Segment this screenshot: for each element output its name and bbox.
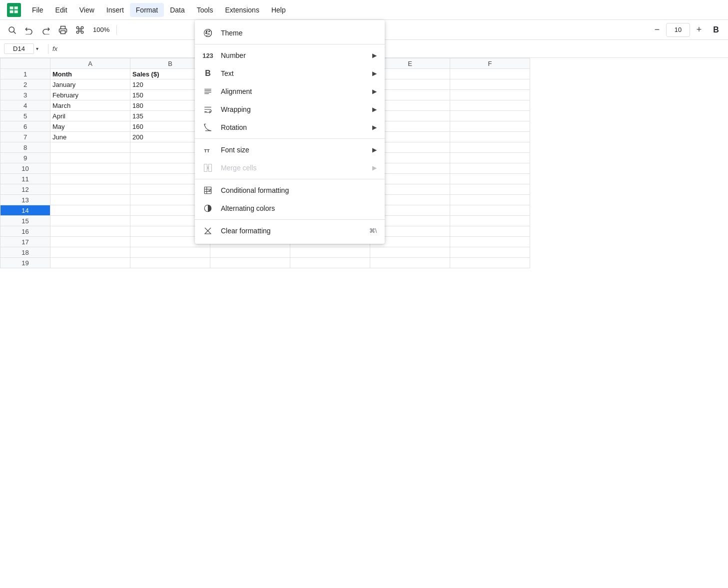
cell-a18[interactable] bbox=[50, 247, 130, 258]
cell-a4[interactable]: March bbox=[50, 100, 130, 111]
cell-f4[interactable] bbox=[450, 100, 530, 111]
cell-ref-dropdown-icon[interactable]: ▾ bbox=[36, 46, 38, 51]
cell-d19[interactable] bbox=[290, 258, 370, 268]
row-header-4[interactable]: 4 bbox=[0, 100, 50, 111]
cell-b19[interactable] bbox=[130, 258, 210, 268]
cell-a6[interactable]: May bbox=[50, 121, 130, 132]
menu-edit[interactable]: Edit bbox=[49, 3, 73, 17]
row-header-17[interactable]: 17 bbox=[0, 237, 50, 247]
cell-a12[interactable] bbox=[50, 184, 130, 195]
undo-btn[interactable] bbox=[21, 22, 37, 38]
format-menu-wrapping[interactable]: Wrapping ▶ bbox=[195, 100, 385, 118]
cell-a2[interactable]: January bbox=[50, 79, 130, 90]
cell-f17[interactable] bbox=[450, 237, 530, 247]
cell-f9[interactable] bbox=[450, 153, 530, 163]
cell-f12[interactable] bbox=[450, 184, 530, 195]
row-header-11[interactable]: 11 bbox=[0, 174, 50, 184]
cell-d18[interactable] bbox=[290, 247, 370, 258]
row-header-7[interactable]: 7 bbox=[0, 132, 50, 142]
cell-a1[interactable]: Month bbox=[50, 69, 130, 79]
cell-a9[interactable] bbox=[50, 153, 130, 163]
row-header-10[interactable]: 10 bbox=[0, 163, 50, 174]
row-header-2[interactable]: 2 bbox=[0, 79, 50, 90]
row-header-6[interactable]: 6 bbox=[0, 121, 50, 132]
row-header-5[interactable]: 5 bbox=[0, 111, 50, 121]
menu-view[interactable]: View bbox=[73, 3, 100, 17]
row-header-8[interactable]: 8 bbox=[0, 142, 50, 153]
format-menu-theme[interactable]: Theme bbox=[195, 24, 385, 42]
format-menu-fontsize[interactable]: TT Font size ▶ bbox=[195, 141, 385, 159]
cell-e19[interactable] bbox=[370, 258, 450, 268]
cell-f11[interactable] bbox=[450, 174, 530, 184]
redo-btn[interactable] bbox=[38, 22, 54, 38]
format-menu-alternating[interactable]: Alternating colors bbox=[195, 199, 385, 217]
format-menu-merge[interactable]: Merge cells ▶ bbox=[195, 159, 385, 177]
cell-a8[interactable] bbox=[50, 142, 130, 153]
font-size-box[interactable]: 10 bbox=[666, 23, 690, 37]
row-header-19[interactable]: 19 bbox=[0, 258, 50, 268]
format-dropdown-menu[interactable]: Theme 123 Number ▶ B Text ▶ Alignment ▶ bbox=[195, 20, 385, 244]
row-header-15[interactable]: 15 bbox=[0, 216, 50, 226]
cell-c19[interactable] bbox=[210, 258, 290, 268]
menu-extensions[interactable]: Extensions bbox=[219, 3, 265, 17]
col-header-a[interactable]: A bbox=[50, 58, 130, 69]
bold-btn[interactable]: B bbox=[708, 22, 724, 38]
cell-e18[interactable] bbox=[370, 247, 450, 258]
cell-f8[interactable] bbox=[450, 142, 530, 153]
cell-f14[interactable] bbox=[450, 205, 530, 216]
cell-a13[interactable] bbox=[50, 195, 130, 205]
zoom-level[interactable]: 100% bbox=[89, 26, 113, 33]
cell-f5[interactable] bbox=[450, 111, 530, 121]
format-menu-alignment[interactable]: Alignment ▶ bbox=[195, 82, 385, 100]
cell-f16[interactable] bbox=[450, 226, 530, 237]
cell-a19[interactable] bbox=[50, 258, 130, 268]
cell-f6[interactable] bbox=[450, 121, 530, 132]
paint-format-btn[interactable] bbox=[72, 22, 88, 38]
cell-a15[interactable] bbox=[50, 216, 130, 226]
cell-c18[interactable] bbox=[210, 247, 290, 258]
cell-reference[interactable]: D14 ▾ bbox=[4, 43, 44, 54]
row-header-9[interactable]: 9 bbox=[0, 153, 50, 163]
font-size-minus[interactable]: − bbox=[649, 22, 665, 38]
cell-a10[interactable] bbox=[50, 163, 130, 174]
menu-format[interactable]: Format bbox=[130, 3, 164, 17]
row-header-3[interactable]: 3 bbox=[0, 90, 50, 100]
cell-a11[interactable] bbox=[50, 174, 130, 184]
cell-a7[interactable]: June bbox=[50, 132, 130, 142]
format-menu-rotation[interactable]: Rotation ▶ bbox=[195, 118, 385, 136]
cell-b18[interactable] bbox=[130, 247, 210, 258]
menu-insert[interactable]: Insert bbox=[100, 3, 130, 17]
search-btn[interactable] bbox=[4, 22, 20, 38]
row-header-13[interactable]: 13 bbox=[0, 195, 50, 205]
cell-f18[interactable] bbox=[450, 247, 530, 258]
format-menu-clear[interactable]: Clear formatting ⌘\ bbox=[195, 222, 385, 240]
cell-f10[interactable] bbox=[450, 163, 530, 174]
menu-tools[interactable]: Tools bbox=[191, 3, 219, 17]
col-header-f[interactable]: F bbox=[450, 58, 530, 69]
font-size-plus[interactable]: + bbox=[691, 22, 707, 38]
cell-f3[interactable] bbox=[450, 90, 530, 100]
cell-f13[interactable] bbox=[450, 195, 530, 205]
cell-f19[interactable] bbox=[450, 258, 530, 268]
cell-a16[interactable] bbox=[50, 226, 130, 237]
cell-a3[interactable]: February bbox=[50, 90, 130, 100]
menu-help[interactable]: Help bbox=[265, 3, 292, 17]
row-header-14[interactable]: 14 bbox=[0, 205, 50, 216]
format-menu-conditional[interactable]: Conditional formatting bbox=[195, 181, 385, 199]
cell-f7[interactable] bbox=[450, 132, 530, 142]
row-header-12[interactable]: 12 bbox=[0, 184, 50, 195]
cell-f2[interactable] bbox=[450, 79, 530, 90]
menu-file[interactable]: File bbox=[26, 3, 49, 17]
row-header-1[interactable]: 1 bbox=[0, 69, 50, 79]
cell-f1[interactable] bbox=[450, 69, 530, 79]
row-header-18[interactable]: 18 bbox=[0, 247, 50, 258]
cell-a17[interactable] bbox=[50, 237, 130, 247]
cell-f15[interactable] bbox=[450, 216, 530, 226]
row-header-16[interactable]: 16 bbox=[0, 226, 50, 237]
cell-a14[interactable] bbox=[50, 205, 130, 216]
cell-a5[interactable]: April bbox=[50, 111, 130, 121]
format-menu-number[interactable]: 123 Number ▶ bbox=[195, 46, 385, 64]
print-btn[interactable] bbox=[55, 22, 71, 38]
format-menu-text[interactable]: B Text ▶ bbox=[195, 64, 385, 82]
menu-data[interactable]: Data bbox=[164, 3, 191, 17]
